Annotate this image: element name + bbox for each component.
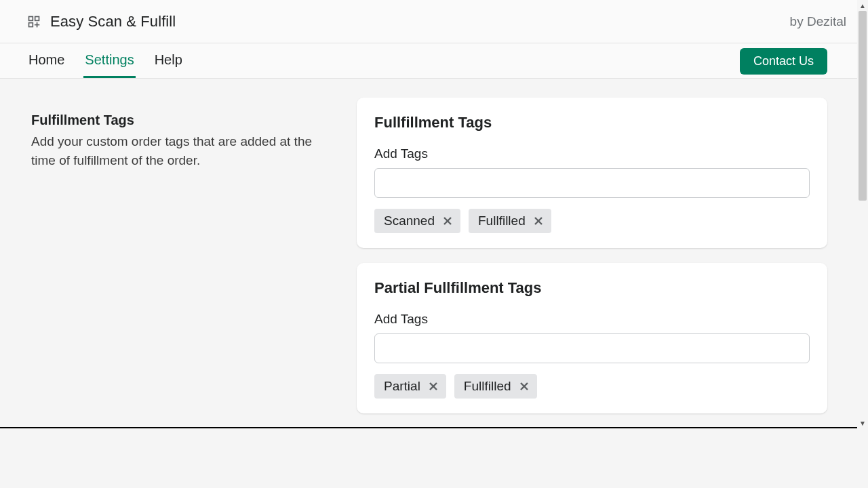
svg-rect-1 (35, 16, 39, 20)
scroll-up-icon[interactable]: ▲ (857, 0, 868, 11)
add-tags-input[interactable] (374, 333, 810, 363)
remove-tag-icon[interactable] (427, 380, 439, 392)
tag-label: Fullfilled (464, 379, 511, 394)
tag-chip: Scanned (374, 209, 460, 233)
tab-settings[interactable]: Settings (83, 43, 135, 78)
card-title: Fullfillment Tags (374, 114, 810, 131)
card-title: Partial Fullfillment Tags (374, 279, 810, 297)
tag-chip: Fullfilled (454, 374, 537, 399)
partial-fulfillment-tags-card: Partial Fullfillment Tags Add Tags Parti… (357, 263, 827, 413)
tag-label: Fullfilled (478, 214, 526, 228)
add-tags-label: Add Tags (374, 146, 810, 161)
app-icon (27, 15, 41, 28)
tab-help[interactable]: Help (153, 43, 184, 78)
remove-tag-icon[interactable] (441, 215, 454, 227)
contact-us-button[interactable]: Contact Us (740, 48, 827, 75)
svg-rect-0 (29, 16, 33, 20)
scroll-thumb[interactable] (859, 11, 867, 201)
fulfillment-tags-card: Fullfillment Tags Add Tags Scanned Fullf… (357, 98, 827, 248)
bottom-border (0, 427, 857, 428)
app-title: Easy Scan & Fulfill (50, 13, 176, 30)
vertical-scrollbar[interactable]: ▲ ▼ (857, 0, 868, 428)
tag-label: Scanned (384, 214, 435, 228)
add-tags-input[interactable] (374, 168, 810, 198)
tag-label: Partial (384, 379, 420, 394)
by-line: by Dezital (790, 14, 846, 29)
remove-tag-icon[interactable] (532, 215, 545, 227)
nav-bar: Home Settings Help Contact Us (0, 43, 868, 79)
scroll-down-icon[interactable]: ▼ (857, 418, 868, 428)
section-description: Fulfillment Tags Add your custom order t… (31, 98, 330, 413)
add-tags-label: Add Tags (374, 312, 810, 327)
svg-rect-2 (29, 22, 33, 26)
tab-home[interactable]: Home (27, 43, 66, 78)
app-topbar: Easy Scan & Fulfill by Dezital (0, 0, 868, 43)
tag-chip: Partial (374, 374, 446, 399)
remove-tag-icon[interactable] (518, 380, 530, 392)
section-subtitle: Add your custom order tags that are adde… (31, 132, 330, 169)
section-title: Fulfillment Tags (31, 113, 330, 128)
tag-chip: Fullfilled (469, 209, 551, 233)
